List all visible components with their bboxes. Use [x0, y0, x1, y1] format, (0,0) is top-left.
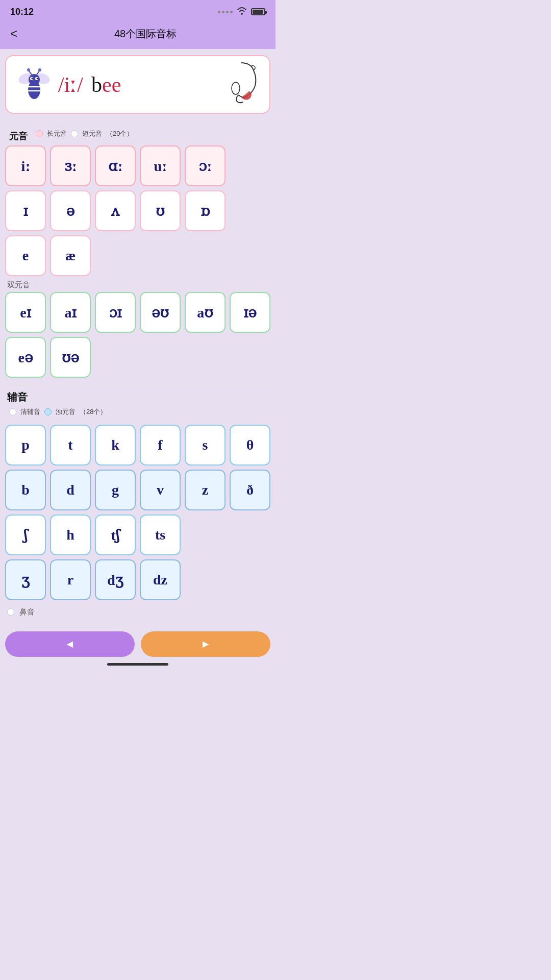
word-highlight: ee [102, 73, 121, 96]
phoneme-ɔː[interactable]: ɔː [185, 145, 226, 186]
voiced-consonant-legend-dot [44, 408, 52, 415]
vowels-section: 元音 长元音 短元音 （20个） iː ɜː ɑː uː ɔː ɪ ə ʌ ʊ … [5, 126, 270, 378]
phoneme-ʊ[interactable]: ʊ [140, 190, 181, 231]
mouth-diagram [220, 60, 261, 106]
diphthong-label: 双元音 [7, 280, 268, 290]
status-bar: 10:12 [0, 0, 276, 22]
phoneme-ts[interactable]: ts [140, 514, 181, 555]
svg-point-14 [232, 82, 240, 94]
phoneme-tʃ[interactable]: tʃ [95, 514, 136, 555]
signal-dots [218, 11, 233, 13]
section-divider [5, 384, 270, 384]
phoneme-v[interactable]: v [140, 470, 181, 510]
prev-button[interactable]: ◀ [5, 631, 135, 657]
svg-point-5 [29, 74, 40, 85]
phonetic-word: bee [91, 72, 121, 97]
svg-point-8 [32, 78, 33, 80]
consonants-section: 辅音 清辅音 浊元音 （28个） p t k f s θ b d g v z [5, 390, 270, 619]
extra-vowels-row: e æ [5, 235, 270, 276]
vowels-legend: 长元音 短元音 （20个） [36, 129, 133, 138]
phoneme-əʊ[interactable]: əʊ [140, 292, 181, 333]
clear-consonant-legend-dot [9, 408, 16, 415]
phoneme-ʒ[interactable]: ʒ [5, 559, 46, 600]
phoneme-dʒ[interactable]: dʒ [95, 559, 136, 600]
phoneme-æ[interactable]: æ [50, 235, 91, 276]
short-vowel-legend-dot [71, 130, 78, 137]
back-button[interactable]: < [10, 27, 17, 41]
bottom-nav: ◀ ▶ [0, 627, 276, 661]
phoneme-h[interactable]: h [50, 514, 91, 555]
phoneme-ə[interactable]: ə [50, 190, 91, 231]
consonants-row2: b d g v z ð [5, 470, 270, 510]
home-indicator [107, 663, 168, 666]
diphthongs-row2: eə ʊə [5, 337, 270, 378]
diphthongs-row1: eɪ aɪ ɔɪ əʊ aʊ ɪə [5, 292, 270, 333]
phoneme-dz[interactable]: dz [140, 559, 181, 600]
phoneme-iː[interactable]: iː [5, 145, 46, 186]
status-time: 10:12 [10, 7, 34, 17]
phoneme-f[interactable]: f [140, 425, 181, 465]
phoneme-ɪə[interactable]: ɪə [230, 292, 270, 333]
phoneme-θ[interactable]: θ [230, 425, 270, 465]
phoneme-r[interactable]: r [50, 559, 91, 600]
page-title: 48个国际音标 [26, 27, 265, 41]
next-button[interactable]: ▶ [141, 631, 270, 657]
home-indicator-area [0, 661, 276, 671]
status-icons [218, 7, 265, 17]
battery-icon [251, 8, 265, 15]
vowels-title: 元音 [9, 130, 28, 142]
phoneme-p[interactable]: p [5, 425, 46, 465]
phoneme-ɑː[interactable]: ɑː [95, 145, 136, 186]
svg-point-13 [38, 68, 41, 71]
phonetic-symbol: /iː/ [58, 72, 83, 97]
phonetics-content: 元音 长元音 短元音 （20个） iː ɜː ɑː uː ɔː ɪ ə ʌ ʊ … [0, 120, 276, 627]
phoneme-g[interactable]: g [95, 470, 136, 510]
svg-point-9 [37, 78, 38, 80]
nasal-legend-dot [7, 608, 14, 616]
phoneme-s[interactable]: s [185, 425, 226, 465]
phoneme-eə[interactable]: eə [5, 337, 46, 378]
feature-card[interactable]: /iː/ bee [5, 55, 270, 114]
bee-illustration [16, 64, 52, 105]
phoneme-ɪ[interactable]: ɪ [5, 190, 46, 231]
phoneme-e[interactable]: e [5, 235, 46, 276]
consonants-row4: ʒ r dʒ dz [5, 559, 270, 600]
svg-point-11 [27, 68, 30, 71]
consonants-row1: p t k f s θ [5, 425, 270, 465]
phoneme-aɪ[interactable]: aɪ [50, 292, 91, 333]
short-vowels-row: ɪ ə ʌ ʊ ɒ [5, 190, 270, 231]
phoneme-t[interactable]: t [50, 425, 91, 465]
phoneme-ʊə[interactable]: ʊə [50, 337, 91, 378]
wifi-icon [237, 7, 247, 17]
phoneme-uː[interactable]: uː [140, 145, 181, 186]
phoneme-b[interactable]: b [5, 470, 46, 510]
phoneme-ʃ[interactable]: ʃ [5, 514, 46, 555]
phoneme-ɜː[interactable]: ɜː [50, 145, 91, 186]
long-vowel-legend-dot [36, 130, 43, 137]
phoneme-z[interactable]: z [185, 470, 226, 510]
phoneme-ɒ[interactable]: ɒ [185, 190, 226, 231]
phoneme-aʊ[interactable]: aʊ [185, 292, 226, 333]
phoneme-ð[interactable]: ð [230, 470, 270, 510]
consonants-legend: 清辅音 浊元音 （28个） [9, 407, 107, 416]
nasal-label: 鼻音 [19, 607, 35, 617]
phoneme-ɔɪ[interactable]: ɔɪ [95, 292, 136, 333]
consonants-title: 辅音 [7, 390, 268, 404]
phoneme-eɪ[interactable]: eɪ [5, 292, 46, 333]
long-vowels-row: iː ɜː ɑː uː ɔː [5, 145, 270, 186]
phoneme-d[interactable]: d [50, 470, 91, 510]
app-header: < 48个国际音标 [0, 22, 276, 49]
phoneme-k[interactable]: k [95, 425, 136, 465]
consonants-row3: ʃ h tʃ ts [5, 514, 270, 555]
phoneme-ʌ[interactable]: ʌ [95, 190, 136, 231]
